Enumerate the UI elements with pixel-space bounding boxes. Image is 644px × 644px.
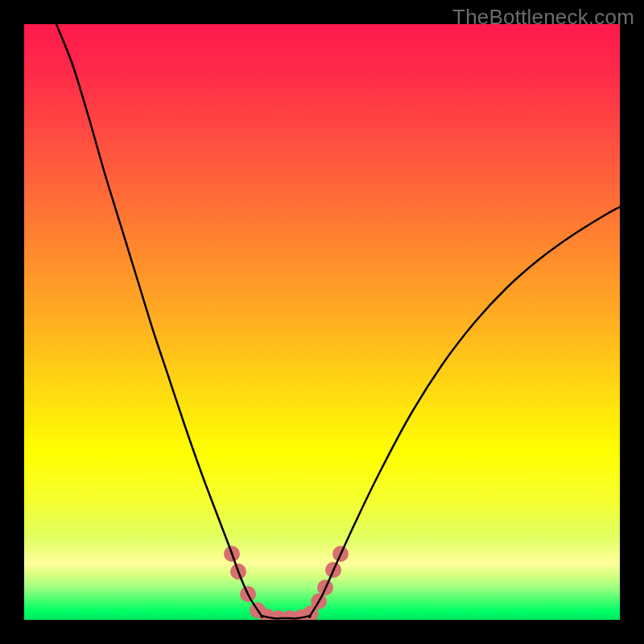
bottleneck-curve [56,24,620,618]
watermark-text: TheBottleneck.com [452,5,634,30]
outer-frame: TheBottleneck.com [0,0,644,644]
plot-area [24,24,620,620]
curve-layer [24,24,620,620]
